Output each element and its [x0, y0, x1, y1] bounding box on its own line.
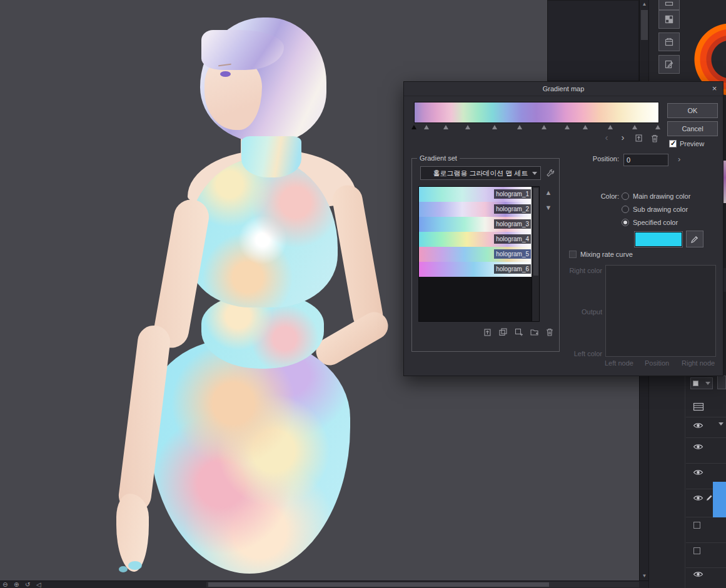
palette-tool-button[interactable]: [658, 0, 680, 10]
export-gradient-button[interactable]: [481, 326, 493, 337]
layer-visibility-eye-icon[interactable]: [693, 443, 703, 452]
gradient-set-dropdown[interactable]: 홀로그램용 그라데이션 맵 세트: [420, 166, 541, 180]
layer-expand-chevron-icon[interactable]: [718, 422, 723, 426]
vertical-scroll-thumb[interactable]: [641, 10, 648, 40]
layer-visibility-eye-icon[interactable]: [693, 494, 703, 503]
delete-node-button[interactable]: [649, 132, 660, 144]
position-label: Position:: [579, 155, 619, 162]
character-right-forearm: [311, 307, 393, 370]
previous-node-button[interactable]: ‹: [601, 132, 612, 143]
gradient-list-item[interactable]: hologram_6: [419, 262, 533, 277]
gradient-node-marker[interactable]: [424, 125, 429, 129]
rotate-reset-icon[interactable]: ↺: [25, 581, 30, 588]
layer-visibility-eye-icon[interactable]: [693, 422, 703, 431]
chevron-down-icon: [705, 382, 710, 385]
mixing-rate-curve-checkbox[interactable]: [569, 251, 577, 258]
new-gradient-window-button[interactable]: [497, 326, 508, 337]
character-eye: [220, 71, 231, 77]
main-drawing-color-radio[interactable]: [622, 192, 629, 200]
gradient-list-item[interactable]: hologram_3: [419, 217, 533, 232]
sub-drawing-color-label: Sub drawing color: [633, 206, 688, 213]
layer-visibility-checkbox[interactable]: [693, 547, 700, 554]
gradient-node-marker-selected[interactable]: [411, 125, 416, 129]
gradient-node-marker[interactable]: [492, 125, 497, 129]
character-dress-collar: [241, 136, 301, 177]
color-label: Color:: [592, 192, 619, 200]
gradient-node-marker[interactable]: [583, 125, 588, 129]
gradient-list-scrollbar[interactable]: [532, 187, 539, 321]
gradient-list-item[interactable]: hologram_1: [419, 187, 533, 202]
trash-icon: [545, 327, 554, 337]
layer-list-icon[interactable]: [692, 401, 705, 414]
duplicate-gradient-button[interactable]: [513, 326, 524, 337]
mixing-rate-curve-option[interactable]: Mixing rate curve: [569, 251, 633, 258]
zoom-out-icon[interactable]: ⊖: [3, 581, 8, 588]
layer-visibility-eye-icon[interactable]: [693, 469, 703, 477]
dialog-title[interactable]: Gradient map: [404, 82, 723, 96]
panel-icon: [664, 0, 674, 6]
folder-icon: [664, 37, 674, 47]
eyedropper-button[interactable]: [686, 231, 703, 247]
position-step-icon[interactable]: ›: [678, 154, 680, 164]
mixing-rate-curve-label: Mixing rate curve: [580, 251, 633, 258]
folder-panel-button[interactable]: [658, 32, 680, 51]
layer-visibility-eye-icon[interactable]: [693, 571, 703, 579]
specified-color-radio[interactable]: [622, 219, 629, 226]
sub-drawing-color-option[interactable]: Sub drawing color: [622, 206, 688, 213]
gradient-preview-bar[interactable]: [414, 102, 659, 123]
selected-layer-color-swatch[interactable]: [713, 482, 726, 517]
output-label: Output: [563, 308, 602, 316]
position-column-label: Position: [645, 359, 669, 367]
gradient-node-marker[interactable]: [465, 125, 470, 129]
gradient-item-label: hologram_1: [494, 189, 531, 199]
gradient-node-marker[interactable]: [632, 125, 637, 129]
layer-row-divider: [686, 567, 726, 568]
position-input[interactable]: 0: [623, 154, 668, 166]
gradient-list-item[interactable]: hologram_2: [419, 202, 533, 217]
note-edit-icon: [664, 59, 674, 69]
gradient-node-marker[interactable]: [517, 125, 522, 129]
export-icon: [634, 133, 643, 142]
delete-gradient-button[interactable]: [544, 326, 555, 337]
horizontal-scroll-thumb[interactable]: [208, 582, 549, 587]
gradient-set-settings-button[interactable]: [545, 167, 556, 179]
preview-label: Preview: [680, 140, 704, 147]
gradient-node-marker[interactable]: [443, 125, 448, 129]
preview-option[interactable]: Preview: [669, 140, 704, 147]
next-node-button[interactable]: ›: [617, 132, 628, 143]
layer-visibility-checkbox[interactable]: [693, 522, 700, 529]
gradient-node-marker[interactable]: [655, 125, 660, 129]
checker-pattern-button[interactable]: [658, 10, 680, 29]
move-item-up-button[interactable]: ▲: [543, 187, 554, 197]
gradient-node-marker[interactable]: [608, 125, 613, 129]
sub-drawing-color-radio[interactable]: [622, 206, 629, 213]
gradient-list-item[interactable]: hologram_4: [419, 232, 533, 247]
main-drawing-color-option[interactable]: Main drawing color: [622, 192, 690, 200]
register-gradient-button[interactable]: [633, 132, 644, 143]
close-icon[interactable]: ×: [709, 84, 720, 94]
mixing-curve-area[interactable]: [605, 265, 716, 357]
add-folder-button[interactable]: [528, 326, 540, 337]
gradient-list-item-selected[interactable]: hologram_5: [419, 247, 533, 262]
cancel-button[interactable]: Cancel: [667, 121, 718, 136]
gradient-list-scroll-thumb[interactable]: [533, 188, 538, 276]
scroll-up-icon[interactable]: ▲: [640, 0, 649, 9]
layer-blend-combo[interactable]: [690, 377, 713, 389]
layer-panel-button[interactable]: [717, 376, 726, 389]
specified-color-swatch[interactable]: [635, 232, 682, 247]
preview-checkbox[interactable]: [669, 140, 677, 147]
gradient-node-marker[interactable]: [565, 125, 570, 129]
gradient-item-label: hologram_3: [494, 219, 531, 229]
specified-color-option[interactable]: Specified color: [622, 219, 678, 226]
canvas-horizontal-scrollbar[interactable]: [206, 582, 639, 587]
background-palette-window: [547, 0, 639, 81]
scroll-down-icon[interactable]: ▼: [640, 572, 649, 581]
flip-view-icon[interactable]: ◁: [36, 581, 41, 588]
edit-note-button[interactable]: [658, 55, 680, 74]
right-color-label: Right color: [563, 267, 602, 274]
ok-button[interactable]: OK: [667, 103, 718, 118]
character-right-arm: [330, 183, 385, 333]
gradient-node-marker[interactable]: [542, 125, 547, 129]
zoom-in-icon[interactable]: ⊕: [14, 581, 19, 588]
move-item-down-button[interactable]: ▼: [543, 202, 554, 212]
